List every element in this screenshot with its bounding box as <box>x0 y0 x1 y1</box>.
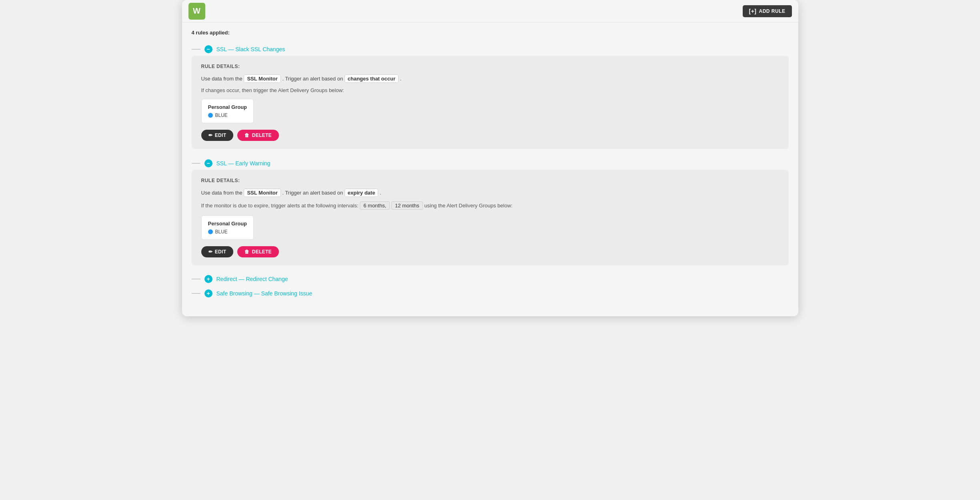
rule-details-label-1: RULE DETAILS: <box>201 64 779 69</box>
edit-label-2: EDIT <box>215 249 226 255</box>
interval-tag-12months: 12 months <box>391 201 423 210</box>
app-container: W [+] ADD RULE 4 rules applied: − SSL — … <box>182 0 798 316</box>
desc-text-1b: . Trigger an alert based on <box>282 76 344 82</box>
rule-title-2[interactable]: SSL — Early Warning <box>216 160 271 167</box>
delivery-group-badge-2: BLUE <box>208 229 247 235</box>
edit-icon-1: ✏ <box>208 133 212 138</box>
rule-details-panel-1: RULE DETAILS: Use data from the SSL Moni… <box>192 56 789 149</box>
rule-title-3[interactable]: Redirect — Redirect Change <box>216 276 288 282</box>
rule-block-2: − SSL — Early Warning RULE DETAILS: Use … <box>192 155 789 265</box>
collapse-icon-1: − <box>206 46 210 52</box>
delete-icon-2: 🗑 <box>244 249 249 255</box>
desc-highlight-trigger-1: changes that occur <box>345 74 399 83</box>
rule-secondary-desc-1: If changes occur, then trigger the Alert… <box>201 87 779 93</box>
logo-letter: W <box>193 6 200 16</box>
rule-header-2: − SSL — Early Warning <box>192 155 789 170</box>
rule-line-3 <box>192 279 200 279</box>
edit-button-2[interactable]: ✏ EDIT <box>201 246 234 257</box>
rule-block-1: − SSL — Slack SSL Changes RULE DETAILS: … <box>192 41 789 149</box>
collapse-icon-3: + <box>206 276 210 282</box>
interval-prefix-2: If the monitor is due to expire, trigger… <box>201 203 359 209</box>
rules-count: 4 rules applied: <box>192 30 789 36</box>
blue-dot-2 <box>208 229 213 234</box>
desc-text-1c: . <box>400 76 402 82</box>
delivery-group-badge-1: BLUE <box>208 112 247 118</box>
delete-button-1[interactable]: 🗑 DELETE <box>237 130 279 141</box>
desc-highlight-source-2: SSL Monitor <box>244 189 281 197</box>
collapse-button-4[interactable]: + <box>204 289 212 297</box>
interval-suffix-2: using the Alert Delivery Groups below: <box>424 203 512 209</box>
delivery-group-card-2: Personal Group BLUE <box>201 215 254 240</box>
rule-description-1: Use data from the SSL Monitor . Trigger … <box>201 75 779 83</box>
interval-tag-6months: 6 months, <box>360 201 390 210</box>
top-bar: W [+] ADD RULE <box>182 0 798 22</box>
collapse-icon-4: + <box>206 290 210 297</box>
desc-text-2c: . <box>380 190 381 196</box>
rule-line-4 <box>192 293 200 294</box>
rule-title-4[interactable]: Safe Browsing — Safe Browsing Issue <box>216 290 313 297</box>
delete-button-2[interactable]: 🗑 DELETE <box>237 246 279 257</box>
logo-box: W <box>188 3 205 20</box>
rule-details-label-2: RULE DETAILS: <box>201 178 779 183</box>
rule-header-3: + Redirect — Redirect Change <box>192 272 789 286</box>
rule-line-2 <box>192 163 200 164</box>
desc-text-1a: Use data from the <box>201 76 244 82</box>
collapse-button-2[interactable]: − <box>204 159 212 167</box>
rule-actions-1: ✏ EDIT 🗑 DELETE <box>201 130 779 141</box>
main-content: 4 rules applied: − SSL — Slack SSL Chang… <box>182 22 798 310</box>
desc-text-2b: . Trigger an alert based on <box>282 190 344 196</box>
rule-line-1 <box>192 49 200 50</box>
collapse-button-3[interactable]: + <box>204 275 212 283</box>
delete-label-2: DELETE <box>252 249 272 255</box>
edit-button-1[interactable]: ✏ EDIT <box>201 130 234 141</box>
add-rule-label: ADD RULE <box>759 8 786 14</box>
rule-secondary-desc-2: If the monitor is due to expire, trigger… <box>201 201 779 210</box>
rule-header-4: + Safe Browsing — Safe Browsing Issue <box>192 286 789 301</box>
blue-dot-1 <box>208 113 213 118</box>
desc-highlight-trigger-2: expiry date <box>345 189 379 197</box>
desc-text-2a: Use data from the <box>201 190 244 196</box>
delivery-group-name-2: Personal Group <box>208 221 247 227</box>
rule-title-1[interactable]: SSL — Slack SSL Changes <box>216 46 285 52</box>
collapse-icon-2: − <box>206 161 210 166</box>
delivery-group-name-1: Personal Group <box>208 104 247 110</box>
badge-label-2: BLUE <box>215 229 228 235</box>
delete-icon-1: 🗑 <box>244 133 249 138</box>
badge-label-1: BLUE <box>215 112 228 118</box>
collapse-button-1[interactable]: − <box>204 45 212 53</box>
desc-highlight-source-1: SSL Monitor <box>244 74 281 83</box>
edit-label-1: EDIT <box>215 133 226 138</box>
rule-block-4: + Safe Browsing — Safe Browsing Issue <box>192 286 789 301</box>
rule-header-1: − SSL — Slack SSL Changes <box>192 41 789 56</box>
add-rule-button[interactable]: [+] ADD RULE <box>743 5 792 17</box>
edit-icon-2: ✏ <box>208 249 212 255</box>
add-rule-plus-icon: [+] <box>749 8 757 14</box>
delete-label-1: DELETE <box>252 133 272 138</box>
rule-actions-2: ✏ EDIT 🗑 DELETE <box>201 246 779 257</box>
delivery-group-card-1: Personal Group BLUE <box>201 99 254 123</box>
rule-description-2: Use data from the SSL Monitor . Trigger … <box>201 189 779 197</box>
rule-block-3: + Redirect — Redirect Change <box>192 272 789 286</box>
rule-details-panel-2: RULE DETAILS: Use data from the SSL Moni… <box>192 170 789 265</box>
